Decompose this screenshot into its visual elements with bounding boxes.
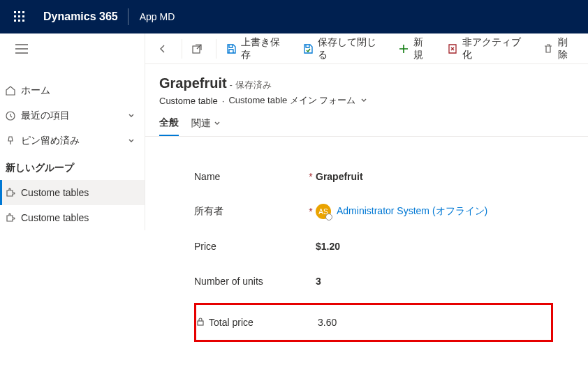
puzzle-icon [3,187,18,198]
breadcrumb-sep: · [222,96,225,106]
clock-icon [3,110,18,121]
owner-avatar: AS [316,204,331,219]
save-button[interactable]: 上書き保存 [218,33,295,64]
tab-related[interactable]: 関連 [191,117,221,136]
field-price[interactable]: Price $1.20 [194,229,553,264]
owner-link[interactable]: Administrator System (オフライン) [337,205,487,218]
record-status-prefix: - [230,80,235,90]
highlight-box: Total price 3.60 [194,303,553,342]
field-owner-label: 所有者 [194,205,306,218]
nav-collapse-button[interactable] [0,33,34,64]
nav-recent-label: 最近の項目 [18,110,128,122]
svg-rect-6 [14,20,16,22]
tab-general-label: 全般 [159,117,179,129]
app-name[interactable]: App MD [128,11,186,22]
trash-icon [542,43,554,55]
form-body: Name * Grapefruit 所有者 * AS Administrator… [145,137,588,363]
nav-home[interactable]: ホーム [0,78,145,103]
pin-icon [3,135,18,147]
deactivate-label: 非アクティブ化 [462,36,528,61]
global-top-bar: Dynamics 365 App MD [0,0,588,33]
brand-name[interactable]: Dynamics 365 [34,10,128,23]
svg-rect-7 [18,20,20,22]
plus-icon [397,43,409,55]
save-close-label: 保存して閉じる [318,36,383,61]
svg-rect-8 [22,20,24,22]
record-header: Grapefruit - 保存済み Custome table · Custom… [145,64,588,110]
command-bar: 上書き保存 保存して閉じる 新規 非アクティブ化 削除 [145,33,588,64]
save-label: 上書き保存 [241,36,288,61]
home-icon [3,85,18,96]
cmd-separator [182,39,182,59]
nav-recent[interactable]: 最近の項目 [0,103,145,128]
open-in-new-icon [191,43,203,55]
nav-custome-tables-1[interactable]: Custome tables [0,180,145,205]
nav-custome-tables-1-label: Custome tables [18,187,138,198]
puzzle-icon [3,212,18,223]
svg-rect-5 [22,15,24,17]
chevron-down-icon [214,118,221,129]
deactivate-button[interactable]: 非アクティブ化 [439,33,535,64]
nav-pinned-label: ピン留め済み [18,135,128,147]
field-units-label: Number of units [194,276,306,287]
app-launcher-button[interactable] [6,11,34,22]
tab-related-label: 関連 [191,117,211,130]
new-button[interactable]: 新規 [390,33,439,64]
record-status: 保存済み [235,80,272,90]
breadcrumb-form[interactable]: Custome table メイン フォーム [228,94,355,107]
save-icon [225,43,237,55]
svg-rect-14 [198,321,203,325]
cmd-separator [216,39,216,59]
field-units[interactable]: Number of units 3 [194,264,553,299]
nav-custome-tables-2-label: Custome tables [18,212,138,223]
nav-pinned[interactable]: ピン留め済み [0,128,145,154]
field-name-label: Name [194,171,306,182]
new-label: 新規 [413,36,432,61]
waffle-icon [14,11,25,22]
save-close-button[interactable]: 保存して閉じる [295,33,390,64]
field-price-value: $1.20 [316,241,340,252]
record-title: Grapefruit [159,75,227,91]
required-marker: * [306,206,316,217]
hamburger-icon [15,44,28,54]
svg-rect-4 [18,15,20,17]
breadcrumb: Custome table · Custome table メイン フォーム [159,94,574,107]
open-new-window-button[interactable] [184,33,214,64]
nav-group-header: 新しいグループ [0,154,145,180]
field-price-label: Price [194,241,306,252]
nav-custome-tables-2[interactable]: Custome tables [0,205,145,230]
main-content: 上書き保存 保存して閉じる 新規 非アクティブ化 削除 Grapefruit -… [145,33,588,381]
svg-rect-1 [18,11,20,13]
back-button[interactable] [149,33,180,64]
field-total-label: Total price [196,317,308,328]
field-owner[interactable]: 所有者 * AS Administrator System (オフライン) [194,194,553,229]
back-arrow-icon [156,43,169,55]
svg-rect-3 [14,15,16,17]
delete-button[interactable]: 削除 [535,33,584,64]
nav-home-label: ホーム [18,84,138,97]
deactivate-icon [446,43,458,55]
chevron-down-icon[interactable] [360,96,367,106]
chevron-down-icon [128,110,138,121]
field-total-value: 3.60 [318,317,337,328]
required-marker: * [306,171,316,182]
form-card: Name * Grapefruit 所有者 * AS Administrator… [180,151,567,342]
form-tabs: 全般 関連 [145,110,588,137]
svg-rect-0 [14,11,16,13]
field-name[interactable]: Name * Grapefruit [194,159,553,194]
field-units-value: 3 [316,276,321,287]
breadcrumb-entity: Custome table [159,96,218,106]
chevron-down-icon [128,135,138,147]
field-name-value: Grapefruit [316,171,363,182]
delete-label: 削除 [558,36,577,61]
tab-general[interactable]: 全般 [159,117,179,136]
lock-icon [196,318,205,328]
save-close-icon [302,43,314,55]
svg-rect-2 [22,11,24,13]
field-total-price: Total price 3.60 [196,305,551,340]
